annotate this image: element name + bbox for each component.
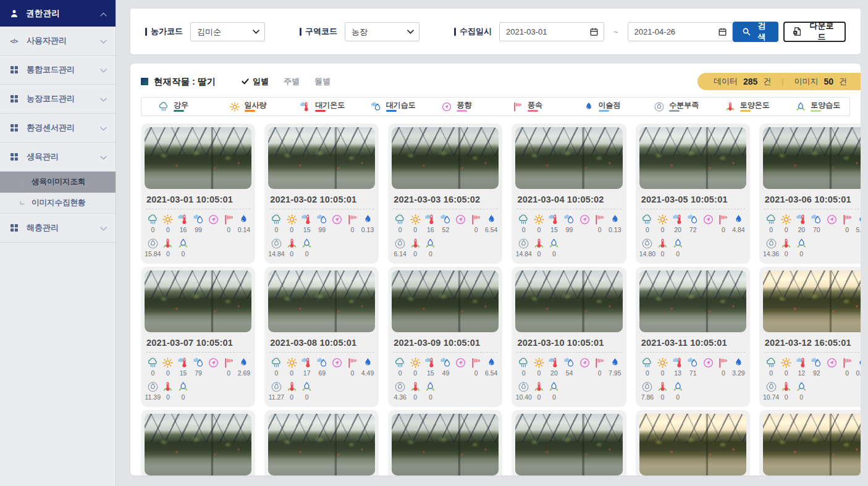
search-button[interactable]: 검색 <box>733 22 779 42</box>
sensor-row-1: 00157902.69 <box>145 353 251 377</box>
sensor-cell-wind-speed: 0 <box>716 357 731 377</box>
sidebar-subitem-4-0[interactable]: ㄴ 생육이미지조회 <box>0 172 116 193</box>
rain-icon <box>518 357 529 369</box>
air-humidity-icon <box>687 357 699 369</box>
solar-icon <box>286 357 298 369</box>
sensor-cell-air-humidity: 99 <box>191 214 206 233</box>
sidebar-header-permissions[interactable]: 권한관리 <box>0 0 116 27</box>
sensor-row-1: 00129200.85 <box>763 353 861 377</box>
image-card: 2021-03-13 10:05:01 <box>141 410 255 476</box>
sensor-row-2: 11.2700 <box>268 377 375 401</box>
tab-일별[interactable]: 일별 <box>242 76 269 87</box>
sensor-value: 0 <box>661 226 665 233</box>
sensor-value: 0 <box>785 226 788 233</box>
sidebar-item-0[interactable]: </> 사용자관리 <box>0 27 116 56</box>
sensor-value: 0 <box>413 250 417 258</box>
greenhouse-photo[interactable] <box>639 414 746 476</box>
wind-speed-icon <box>470 357 482 369</box>
sensor-value: 0 <box>722 226 725 233</box>
wind-dir-icon <box>441 101 452 112</box>
farm-code-select[interactable]: 김미순 <box>190 22 265 41</box>
greenhouse-photo[interactable] <box>145 127 251 189</box>
wind-speed-icon <box>717 357 729 369</box>
solar-icon <box>162 357 174 369</box>
sensor-cell-air-humidity: 71 <box>685 357 701 377</box>
greenhouse-photo[interactable] <box>392 127 499 189</box>
moisture-deficit-icon <box>518 381 529 393</box>
sensor-value: 4.49 <box>361 369 374 377</box>
sensor-cell-dew-point: 7.95 <box>607 357 623 377</box>
soil-temp-icon <box>533 381 545 393</box>
sensor-value: 15 <box>303 226 311 233</box>
sensor-value: 0 <box>275 369 279 377</box>
greenhouse-photo[interactable] <box>639 127 746 189</box>
solar-icon <box>533 357 545 369</box>
sensor-value: 14.84 <box>268 250 284 258</box>
solar-icon <box>410 357 421 369</box>
image-count-label: 이미지 <box>794 76 818 87</box>
filter-panel: 농가코드 김미순 구역코드 농장 수집일시 ~ <box>130 9 861 54</box>
air-humidity-icon <box>811 357 822 369</box>
download-button[interactable]: 다운로드 <box>783 22 846 42</box>
sidebar-menu: </> 사용자관리 통합코드관리 농장코드관리 환경센서관리 생육관리 <box>0 27 116 243</box>
date-to-input[interactable] <box>628 22 733 41</box>
zone-code-select[interactable]: 농장 <box>345 22 419 41</box>
sensor-cell-dew-point: 4.49 <box>360 357 376 377</box>
dew-point-icon <box>362 214 374 225</box>
check-icon <box>242 78 249 85</box>
sensor-cell-air-humidity: 72 <box>685 214 701 233</box>
sensor-cell-air-temp: 15 <box>547 214 562 233</box>
greenhouse-photo[interactable] <box>639 270 746 332</box>
greenhouse-photo[interactable] <box>763 414 861 476</box>
sensor-value: 14.84 <box>516 250 532 258</box>
greenhouse-photo[interactable] <box>268 127 375 189</box>
sidebar-item-2[interactable]: 농장코드관리 <box>0 85 116 114</box>
sensor-cell-soil-humidity: 0 <box>547 238 562 258</box>
sensor-row-2: 15.8400 <box>145 233 251 258</box>
sidebar-subitem-4-1[interactable]: ㄴ 이미지수집현황 <box>0 193 116 214</box>
tab-월별[interactable]: 월별 <box>314 76 331 87</box>
sensor-value: 11.27 <box>269 393 285 401</box>
sensor-cell-air-temp: 20 <box>794 214 809 233</box>
greenhouse-photo[interactable] <box>145 414 251 476</box>
greenhouse-photo[interactable] <box>268 414 375 476</box>
sensor-row-1: 00159900.13 <box>268 209 375 233</box>
moisture-deficit-icon <box>654 101 665 112</box>
date-from-input[interactable] <box>499 22 604 41</box>
sensor-value: 0 <box>413 226 417 233</box>
greenhouse-photo[interactable] <box>515 127 622 189</box>
greenhouse-photo[interactable] <box>145 270 251 332</box>
sidebar-item-5[interactable]: 해충관리 <box>0 214 116 243</box>
soil-humidity-icon <box>796 381 807 393</box>
greenhouse-photo[interactable] <box>515 270 622 332</box>
sensor-cell-soil-temp: 0 <box>778 381 794 401</box>
greenhouse-photo[interactable] <box>515 414 622 476</box>
sensor-value: 0.85 <box>856 369 861 377</box>
soil-humidity-icon <box>301 238 313 249</box>
rain-icon <box>158 101 169 112</box>
greenhouse-photo[interactable] <box>763 127 861 189</box>
tab-주별[interactable]: 주별 <box>284 76 300 87</box>
image-card: 2021-03-12 16:05:01 00129200.85 10.7400 <box>759 267 861 407</box>
image-card: 2021-03-18 16:05:02 <box>759 410 861 476</box>
greenhouse-photo[interactable] <box>763 270 861 332</box>
soil-temp-icon <box>162 381 174 393</box>
sensor-value: 0 <box>769 226 773 233</box>
greenhouse-photo[interactable] <box>392 270 499 332</box>
chevron-down-icon <box>100 153 107 162</box>
sensor-cell-air-humidity: 99 <box>562 214 577 233</box>
sidebar-item-1[interactable]: 통합코드관리 <box>0 56 116 85</box>
sensor-cell-air-humidity: 69 <box>314 357 330 377</box>
data-count-label: 데이터 <box>714 76 738 87</box>
sidebar-item-4[interactable]: 생육관리 <box>0 143 116 172</box>
dew-point-icon <box>486 214 497 225</box>
sensor-cell-wind-dir <box>453 357 469 377</box>
sensor-value: 20 <box>798 226 805 233</box>
greenhouse-photo[interactable] <box>268 270 375 332</box>
moisture-deficit-icon <box>518 238 529 249</box>
greenhouse-photo[interactable] <box>392 414 499 476</box>
sidebar-item-3[interactable]: 환경센서관리 <box>0 114 116 143</box>
sensor-value: 10.40 <box>516 393 532 401</box>
soil-humidity-icon <box>301 381 313 393</box>
sensor-value: 0 <box>429 393 432 401</box>
